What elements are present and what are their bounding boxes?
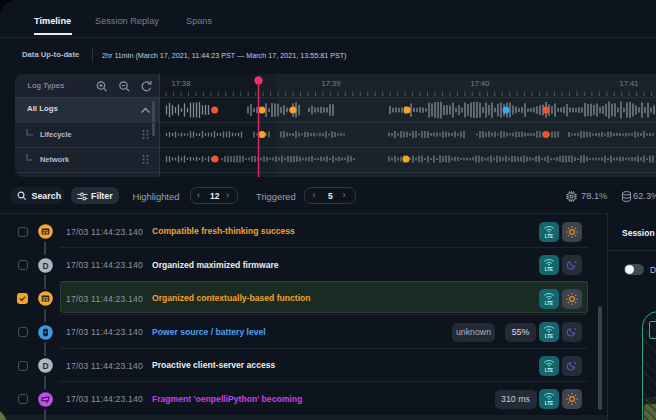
svg-text:LTE: LTE [545,367,553,372]
svg-text:D: D [42,361,48,371]
svg-text:LTE: LTE [545,233,553,238]
svg-text:LTE: LTE [545,300,553,305]
svg-text:D: D [42,260,48,270]
svg-text:LTE: LTE [545,401,553,406]
svg-text:LTE: LTE [545,267,553,272]
svg-text:LTE: LTE [545,334,553,339]
